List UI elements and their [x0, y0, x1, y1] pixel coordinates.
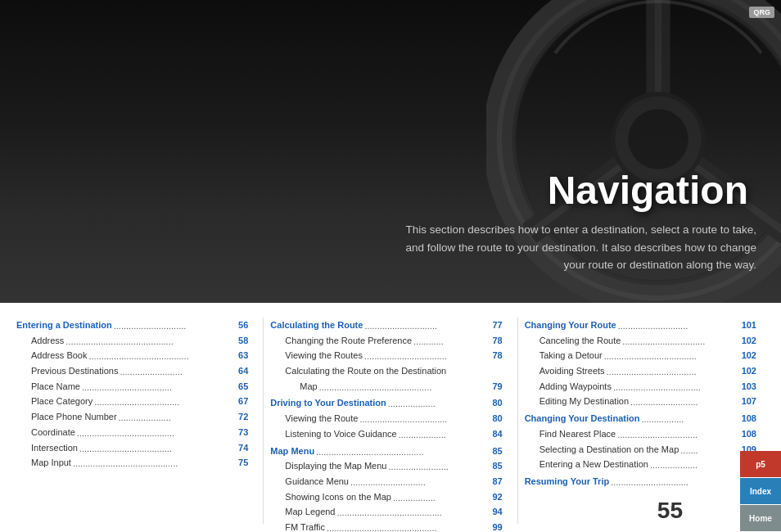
toc-viewing-the-route[interactable]: Viewing the Route ......................…	[270, 411, 502, 426]
toc-place-phone[interactable]: Place Phone Number .....................…	[16, 409, 248, 425]
toc-map-input[interactable]: Map Input ..............................…	[16, 455, 248, 471]
page-title: Navigation	[548, 168, 748, 213]
toc-find-nearest[interactable]: Find Nearest Place .....................…	[525, 426, 756, 442]
hero-section: QRG Navigation This section describes ho…	[0, 0, 781, 303]
column-divider-1	[263, 318, 264, 524]
side-buttons: p5 Index Home	[740, 451, 781, 532]
toc-avoiding-streets[interactable]: Avoiding Streets .......................…	[525, 363, 756, 379]
toc-entering-destination[interactable]: Entering a Destination .................…	[16, 318, 248, 333]
toc-map-menu[interactable]: Map Menu ...............................…	[270, 444, 502, 459]
toc-taking-detour[interactable]: Taking a Detour ........................…	[525, 348, 756, 363]
hero-description: This section describes how to enter a de…	[390, 221, 756, 274]
qrg-badge[interactable]: QRG	[749, 7, 774, 18]
toc-guidance-menu[interactable]: Guidance Menu ..........................…	[270, 474, 502, 489]
toc-canceling-route[interactable]: Canceling the Route ....................…	[525, 333, 756, 349]
page-number: 55	[657, 498, 683, 524]
toc-address-book[interactable]: Address Book ...........................…	[16, 348, 248, 363]
toc-viewing-routes[interactable]: Viewing the Routes .....................…	[270, 348, 502, 363]
toc-changing-route[interactable]: Changing Your Route ....................…	[525, 318, 756, 333]
home-button[interactable]: Home	[740, 505, 781, 531]
toc-driving-destination[interactable]: Driving to Your Destination ............…	[270, 395, 502, 411]
toc-column-1: Entering a Destination .................…	[16, 318, 256, 524]
toc-calc-destination-map-label: Calculating the Route on the Destination	[270, 363, 502, 379]
toc-displaying-map-menu[interactable]: Displaying the Map Menu ................…	[270, 458, 502, 474]
toc-voice-guidance[interactable]: Listening to Voice Guidance ............…	[270, 426, 502, 442]
toc-fm-traffic[interactable]: FM Traffic .............................…	[270, 520, 502, 532]
toc-place-name[interactable]: Place Name .............................…	[16, 379, 248, 394]
toc-place-category[interactable]: Place Category .........................…	[16, 394, 248, 409]
toc-map-legend[interactable]: Map Legend .............................…	[270, 504, 502, 520]
toc-changing-destination[interactable]: Changing Your Destination ..............…	[525, 411, 756, 426]
toc-section: Entering a Destination .................…	[0, 303, 781, 532]
toc-resuming-trip[interactable]: Resuming Your Trip .....................…	[525, 474, 756, 489]
toc-column-3: Changing Your Route ....................…	[525, 318, 765, 524]
column-divider-2	[517, 318, 518, 524]
toc-selecting-on-map[interactable]: Selecting a Destination on the Map .....…	[525, 442, 756, 458]
toc-showing-icons[interactable]: Showing Icons on the Map ...............…	[270, 489, 502, 505]
toc-entering-new-destination[interactable]: Entering a New Destination .............…	[525, 457, 756, 472]
toc-address[interactable]: Address ................................…	[16, 333, 248, 349]
svg-point-11	[628, 109, 688, 169]
toc-column-2: Calculating the Route ..................…	[270, 318, 510, 524]
toc-editing-destination[interactable]: Editing My Destination .................…	[525, 394, 756, 409]
toc-route-preference[interactable]: Changing the Route Preference ..........…	[270, 333, 502, 349]
p5-button[interactable]: p5	[740, 451, 781, 477]
index-button[interactable]: Index	[740, 478, 781, 504]
toc-previous-destinations[interactable]: Previous Destinations ..................…	[16, 363, 248, 379]
toc-adding-waypoints[interactable]: Adding Waypoints .......................…	[525, 379, 756, 394]
toc-calculating-route[interactable]: Calculating the Route ..................…	[270, 318, 502, 333]
toc-intersection[interactable]: Intersection ...........................…	[16, 440, 248, 456]
toc-map[interactable]: Map ....................................…	[270, 379, 502, 394]
toc-coordinate[interactable]: Coordinate .............................…	[16, 425, 248, 440]
